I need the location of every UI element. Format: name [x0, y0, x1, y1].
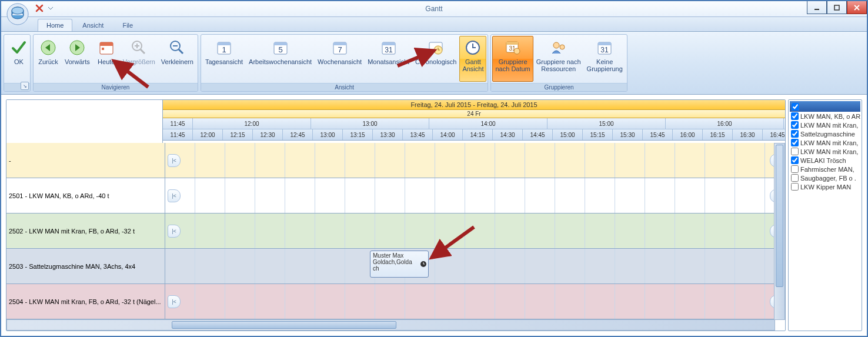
group-res-label: Gruppiere nach Ressourcen — [536, 58, 581, 72]
close-button[interactable] — [847, 1, 867, 14]
today-label: Heute — [98, 58, 115, 65]
chrono-view-button[interactable]: Chronologisch — [412, 36, 459, 82]
app-icon[interactable] — [6, 2, 29, 26]
week-view-button[interactable]: 7Wochenansicht — [315, 36, 365, 82]
day-view-button[interactable]: 1Tagesansicht — [202, 36, 246, 82]
forward-button[interactable]: Vorwärts — [62, 36, 93, 82]
tab-file[interactable]: File — [113, 19, 142, 31]
check-icon — [9, 38, 28, 57]
row-label: 2503 - Sattelzugmaschine MAN, 3Achs, 4x4 — [6, 249, 165, 283]
filter-checkbox[interactable] — [791, 183, 799, 191]
svg-rect-33 — [598, 42, 611, 45]
app-window: Gantt Home Ansicht File OK ↘ Zurück V — [0, 0, 868, 337]
calendar-day-icon: 1 — [215, 38, 233, 57]
title-bar: Gantt — [1, 1, 867, 17]
filter-checkbox[interactable] — [791, 121, 799, 129]
gantt-row[interactable]: 2503 - Sattelzugmaschine MAN, 3Achs, 4x4… — [6, 249, 785, 284]
filter-select-all[interactable] — [790, 101, 860, 112]
workweek-label: Arbeitswochenansicht — [249, 58, 312, 65]
svg-text:31: 31 — [601, 46, 609, 54]
filter-label: WELAKI Trösch — [800, 157, 846, 164]
gantt-row[interactable]: -|<>| — [6, 143, 785, 178]
zoom-in-label: Vergrößern — [123, 58, 155, 65]
filter-checkbox[interactable] — [791, 112, 799, 120]
horizontal-scrollbar[interactable] — [6, 319, 775, 331]
filter-item[interactable]: Saugbagger, FB o . — [790, 173, 860, 182]
row-scroll-left[interactable]: |< — [168, 189, 181, 202]
gantt-mins-row: 11:4512:0012:1512:3012:4513:0013:1513:30… — [163, 129, 785, 141]
month-label: Monatsansicht — [368, 58, 409, 65]
filter-checkbox[interactable] — [791, 156, 799, 164]
svg-point-1 — [12, 7, 24, 14]
filter-checkbox[interactable] — [791, 148, 799, 155]
svg-text:31: 31 — [385, 46, 393, 54]
ribbon: OK ↘ Zurück Vorwärts Heute Vergrößern Ve… — [1, 32, 867, 95]
filter-item[interactable]: LKW Kipper MAN — [790, 182, 860, 191]
calendar-group-icon: 31 — [503, 38, 522, 57]
month-view-button[interactable]: 31Monatsansicht — [365, 36, 412, 82]
zoom-out-icon — [168, 38, 186, 57]
event-line2: Goldach,Golda — [373, 259, 426, 265]
svg-rect-7 — [100, 42, 113, 46]
group-by-resource-button[interactable]: Gruppiere nach Ressourcen — [533, 36, 584, 82]
svg-text:5: 5 — [278, 45, 282, 54]
filter-label: LKW MAN mit Kran, — [800, 139, 858, 146]
vertical-scrollbar[interactable] — [774, 143, 785, 320]
minimize-button[interactable] — [807, 1, 827, 14]
row-scroll-left[interactable]: |< — [168, 225, 181, 238]
ok-button[interactable]: OK — [5, 36, 32, 82]
filter-checkbox[interactable] — [791, 165, 799, 173]
filter-item[interactable]: WELAKI Trösch — [790, 156, 860, 165]
no-group-button[interactable]: 31Keine Gruppierung — [584, 36, 626, 82]
gantt-row[interactable]: 2502 - LKW MAN mit Kran, FB, o ARd, -32 … — [6, 213, 785, 249]
select-all-checkbox[interactable] — [792, 103, 799, 111]
filter-checkbox[interactable] — [791, 139, 799, 146]
filter-item[interactable]: LKW MAN, KB, o ARd — [790, 112, 860, 121]
tab-home[interactable]: Home — [38, 19, 72, 31]
event-line1: Muster Max — [373, 252, 426, 259]
tab-ansicht[interactable]: Ansicht — [74, 19, 112, 31]
filter-checkbox[interactable] — [791, 174, 799, 182]
back-label: Zurück — [38, 58, 58, 65]
filter-item[interactable]: LKW MAN mit Kran, — [790, 138, 860, 147]
gantt-row[interactable]: 2504 - LKW MAN mit Kran, FB, o ARd, -32 … — [6, 284, 785, 319]
zoom-in-icon — [129, 38, 148, 57]
filter-item[interactable]: LKW MAN mit Kran, — [790, 147, 860, 156]
workweek-view-button[interactable]: 5Arbeitswochenansicht — [246, 36, 315, 82]
gantt-row[interactable]: 2501 - LKW MAN, KB, o ARd, -40 t|<>| — [6, 178, 785, 213]
zoom-in-button[interactable]: Vergrößern — [120, 36, 158, 82]
row-label: 2501 - LKW MAN, KB, o ARd, -40 t — [6, 178, 165, 213]
row-scroll-left[interactable]: |< — [168, 295, 181, 308]
gantt-view-button[interactable]: Gantt Ansicht — [459, 36, 486, 82]
filter-item[interactable]: LKW MAN mit Kran, — [790, 121, 860, 129]
gantt-label: Gantt Ansicht — [462, 58, 483, 72]
people-icon — [549, 38, 568, 57]
qat-dropdown-icon[interactable] — [47, 2, 54, 14]
filter-item[interactable]: Fahrmischer MAN, — [790, 165, 860, 173]
calendar-today-icon — [97, 38, 116, 57]
gantt-hours-row: 11:4512:0013:0014:0015:0016:00 — [163, 118, 785, 129]
filter-label: LKW Kipper MAN — [800, 183, 851, 191]
svg-rect-27 — [506, 42, 518, 45]
week-label: Wochenansicht — [318, 58, 362, 65]
filter-label: Fahrmischer MAN, — [800, 166, 854, 173]
resource-filter-panel: LKW MAN, KB, o ARdLKW MAN mit Kran,Satte… — [788, 99, 862, 331]
filter-label: LKW MAN mit Kran, — [800, 148, 858, 155]
today-button[interactable]: Heute — [93, 36, 120, 82]
back-button[interactable]: Zurück — [35, 36, 62, 82]
content-area: Freitag, 24. Juli 2015 - Freitag, 24. Ju… — [1, 95, 867, 336]
calendar-none-icon: 31 — [595, 38, 614, 57]
maximize-button[interactable] — [827, 1, 847, 14]
zoom-out-button[interactable]: Verkleinern — [158, 36, 196, 82]
svg-point-30 — [553, 42, 559, 48]
filter-checkbox[interactable] — [791, 130, 799, 138]
filter-item[interactable]: Sattelzugmaschine — [790, 129, 860, 138]
event-line3: ch — [373, 265, 426, 272]
dialog-launcher-icon[interactable]: ↘ — [21, 82, 29, 90]
gantt-event[interactable]: Muster MaxGoldach,Goldach — [370, 251, 429, 278]
group-by-date-button[interactable]: 31Gruppiere nach Datum — [492, 36, 533, 82]
no-group-label: Keine Gruppierung — [587, 58, 623, 72]
row-scroll-left[interactable]: |< — [168, 154, 181, 167]
gantt-body[interactable]: -|<>|2501 - LKW MAN, KB, o ARd, -40 t|<>… — [6, 143, 785, 331]
qat-delete-icon[interactable] — [33, 2, 46, 14]
